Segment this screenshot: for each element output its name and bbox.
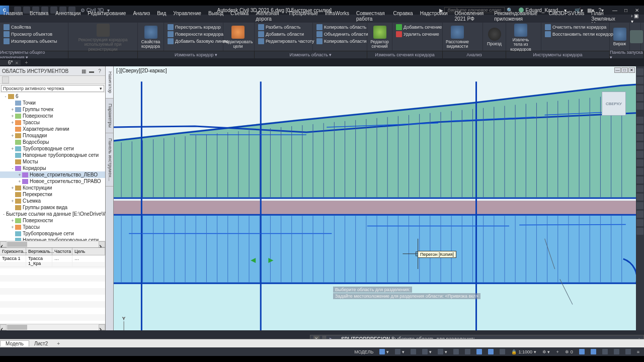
split-region-button[interactable]: Разбить область: [257, 24, 315, 31]
tree-node[interactable]: +Площадки: [0, 132, 105, 139]
status-grid-icon[interactable]: ▾: [377, 349, 391, 354]
tree-node[interactable]: +Съемка: [0, 198, 105, 204]
tree-node[interactable]: Напорные трубопроводные сети: [0, 237, 105, 241]
tool-icon-3[interactable]: [636, 134, 643, 141]
tab-model[interactable]: Модель: [0, 340, 29, 346]
status-btn-b[interactable]: [588, 349, 599, 354]
close-panel-button[interactable]: [632, 24, 641, 51]
tab-sheet[interactable]: Лист2: [29, 341, 53, 346]
tool-icon-10[interactable]: [636, 194, 643, 201]
tree-node[interactable]: +Конструкции: [0, 185, 105, 191]
copy-regions-button[interactable]: Копировать области: [315, 38, 370, 45]
corridor-surfaces-button[interactable]: Поверхности коридора: [166, 31, 230, 38]
col-target[interactable]: Цель: [72, 248, 105, 255]
tool-icon-13[interactable]: [636, 219, 643, 226]
tree-node[interactable]: +Поверхности: [0, 113, 105, 119]
toolspace-filter-dropdown[interactable]: Просмотр активного чертежа▾: [1, 85, 104, 92]
status-btn-e[interactable]: [623, 349, 633, 354]
nav-orbit-icon[interactable]: [636, 103, 643, 110]
toolspace-help-icon[interactable]: ?: [96, 67, 103, 74]
tool-icon-14[interactable]: [636, 228, 643, 235]
clear-bowties-button[interactable]: Очистить петли коридора: [543, 24, 617, 31]
status-annoscale-icon[interactable]: [497, 349, 508, 354]
viewport-minimize[interactable]: —: [614, 67, 621, 73]
properties-button[interactable]: Свойства: [2, 24, 59, 31]
add-section-button[interactable]: Добавить сечение: [394, 24, 443, 31]
viewport-close[interactable]: ✕: [628, 67, 635, 73]
tree-node[interactable]: +Новое_строительство_ЛЕВО: [0, 171, 105, 178]
status-angle[interactable]: ✲ 0: [562, 349, 576, 354]
tool-icon-8[interactable]: [636, 176, 643, 184]
status-ortho-icon[interactable]: [408, 349, 419, 354]
drawing-canvas[interactable]: [-][Сверху][2D-каркас] — □ ✕ СВЕРХУ: [114, 66, 636, 330]
extract-solids-button[interactable]: Извлечь тела из коридоров: [508, 24, 533, 52]
nav-pan-icon[interactable]: [636, 85, 643, 93]
tree-node[interactable]: -Быстрые ссылки на данные [E:\OneDrive\W…: [0, 211, 105, 217]
tree-node[interactable]: Характерные линии: [0, 126, 105, 132]
tool-icon-11[interactable]: [636, 202, 643, 209]
merge-regions-button[interactable]: Объединить области: [315, 31, 370, 38]
new-tab-button[interactable]: +: [21, 60, 32, 65]
viewcube[interactable]: СВЕРХУ: [602, 92, 626, 116]
nav-wheel-icon[interactable]: [636, 77, 643, 84]
tool-icon-2[interactable]: [636, 125, 643, 132]
tree-node[interactable]: +Поверхности: [0, 217, 105, 224]
nav-zoom-icon[interactable]: [636, 94, 643, 101]
tree-node[interactable]: +Трубопроводные сети: [0, 145, 105, 152]
tree-node[interactable]: Перекрестки: [0, 191, 105, 198]
tree-node[interactable]: Мосты: [0, 158, 105, 165]
delete-section-button[interactable]: Удалить сечение: [394, 31, 443, 38]
status-gear-icon[interactable]: ✲ ▾: [540, 349, 553, 354]
tree-scrollbar-h[interactable]: ‹›: [0, 241, 105, 247]
status-btn-a[interactable]: [577, 349, 587, 354]
tab-close-icon[interactable]: ✕: [15, 61, 19, 65]
tool-icon-1[interactable]: [636, 117, 643, 124]
status-transparency-icon[interactable]: [474, 349, 485, 354]
sight-distance-button[interactable]: Расстояние видимости: [445, 24, 470, 51]
status-snap-icon[interactable]: ▾: [392, 349, 407, 354]
toolspace-layout-icon[interactable]: ▦: [80, 67, 87, 74]
tool-icon-9[interactable]: [636, 185, 643, 192]
isolate-objects-button[interactable]: Изолировать объекты: [2, 38, 59, 45]
tree-node[interactable]: Группы рамок вида: [0, 204, 105, 211]
toolspace-tree[interactable]: -6Точки+Группы точек+Поверхности+ТрассыХ…: [0, 93, 105, 241]
tree-node[interactable]: -6: [0, 93, 105, 100]
tool-icon-6[interactable]: [636, 159, 643, 166]
sidetab-navigator[interactable]: Навигатор: [106, 66, 113, 99]
superelevation-button[interactable]: Вираж: [612, 24, 627, 51]
panel-label-launch[interactable]: Панель запуска ▾: [610, 51, 644, 58]
tool-icon-5[interactable]: [636, 151, 643, 158]
tree-node[interactable]: +Трассы: [0, 224, 105, 230]
rebuild-corridor-button[interactable]: Перестроить коридор: [166, 24, 230, 31]
grid-row[interactable]: Трасса 1 Трасса 1_Кра … …: [0, 255, 105, 267]
tree-node[interactable]: Водосборы: [0, 139, 105, 145]
tree-node[interactable]: +Группы точек: [0, 106, 105, 113]
copy-region-button[interactable]: Копировать область: [315, 24, 370, 31]
add-layout-button[interactable]: +: [53, 341, 64, 346]
add-baseline-button[interactable]: Добавить базовую линию: [166, 38, 230, 45]
status-customize-icon[interactable]: ≡: [634, 349, 642, 354]
panel-label-tools[interactable]: Инструменты общего назначения ▾: [0, 51, 68, 58]
tree-node[interactable]: Напорные трубопроводные сети: [0, 152, 105, 158]
file-tab[interactable]: 6*✕: [0, 60, 21, 65]
grid-scrollbar-h[interactable]: ‹›: [0, 324, 105, 330]
status-mode[interactable]: МОДЕЛЬ: [352, 349, 376, 354]
edit-targets-button[interactable]: Редактировать цели: [225, 24, 251, 51]
status-cycling-icon[interactable]: [486, 349, 496, 354]
panel-label-region[interactable]: Изменить область ▾: [255, 51, 367, 58]
edit-frequency-button[interactable]: Редактировать частоту: [257, 38, 315, 45]
tree-node[interactable]: Точки: [0, 100, 105, 106]
tree-node[interactable]: Трубопроводные сети: [0, 230, 105, 237]
viewport-label[interactable]: [-][Сверху][2D-каркас]: [116, 68, 167, 73]
add-regions-button[interactable]: Добавить области: [257, 31, 315, 38]
tool-icon-12[interactable]: [636, 211, 643, 218]
sidetab-settings[interactable]: Параметры: [106, 99, 113, 133]
section-editor-button[interactable]: Редактор сечений: [369, 24, 390, 51]
status-osnap-icon[interactable]: ▾: [435, 349, 450, 354]
status-scale[interactable]: 🔒 1:1000 ▾: [509, 349, 539, 354]
toolspace-pin-icon[interactable]: ▬: [88, 67, 95, 74]
status-btn-d[interactable]: [611, 349, 622, 354]
tree-node[interactable]: +Трассы: [0, 119, 105, 126]
close-button[interactable]: ✕: [633, 7, 641, 14]
drive-button[interactable]: Проезд: [485, 24, 504, 51]
